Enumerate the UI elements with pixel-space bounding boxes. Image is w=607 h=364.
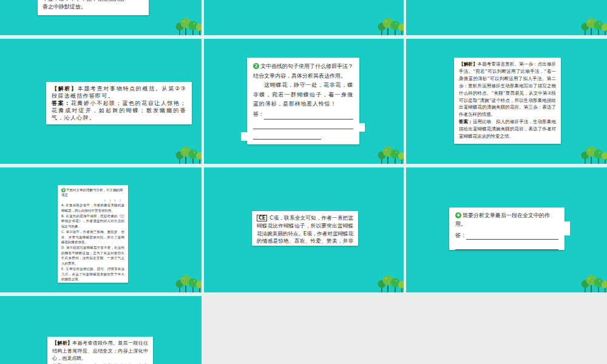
answer-label: 答： xyxy=(253,110,264,120)
answer-label: 答案： xyxy=(459,119,473,124)
question-number-icon: 2 xyxy=(253,63,259,69)
answer-paragraph: 答案：运用比喻、拟人的修辞手法，生动形象地描绘出蓝蝴蝶花清婉美丽的花容，表达了作… xyxy=(459,118,556,140)
question-number-icon: 4 xyxy=(455,212,461,218)
empty-canvas-area xyxy=(202,293,607,364)
paragraph: 香之中静默绽放。 xyxy=(42,3,144,11)
answer-analysis-box: CEC项，联系全文可知，作者一直把蓝蝴蝶花比作蝴蝶仙子，所以要突出蓝蝴蝶花清婉美… xyxy=(252,211,358,246)
quoted-sentence: 这蝴蝶花，静守一处，花非花，蝶非蝶，宛若一群蝴蝶仙子，着一身微蓝的薄衫，是那样地… xyxy=(253,81,353,109)
slide-thumbnail-r2c2[interactable]: 2文中画线的句子使用了什么修辞手法？结合文章内容，具体分析其表达作用。 这蝴蝶花… xyxy=(204,39,404,164)
trees-icon xyxy=(580,16,607,35)
slide-thumbnail-r2c1[interactable]: 【解析】本题考查对事物特点的概括。从第②③段筛选概括作答即可。 答案：花瓣娇小不… xyxy=(0,39,202,164)
jiexi-label: 【解析】 xyxy=(459,61,478,67)
analysis-paragraph: 【解析】本题考查对事物特点的概括。从第②③段筛选概括作答即可。 xyxy=(52,85,186,99)
answer-blank-row xyxy=(253,130,353,140)
question-text: 简要分析文章最后一段在全文中的作用。 xyxy=(455,212,550,227)
question-heading: 3下面对文章的理解与分析，不正确的两项是 xyxy=(61,187,124,198)
multiple-choice-box: 3下面对文章的理解与分析，不正确的两项是 （ ）（ ） A. 在饭后散步途中，作… xyxy=(58,185,128,283)
answer-blank-line xyxy=(466,239,558,240)
slide-thumbnail-r1c1[interactable]: 不显不耀，不争不抢，在淡淡的幽 香之中静默绽放。 xyxy=(0,0,202,35)
white-tab-decoration xyxy=(565,221,570,235)
trees-icon xyxy=(175,16,202,35)
answer-paragraph: 答案：花瓣娇小不起眼；蓝色的花容让人惊艳；花瓣成对绽开，如起舞的蝴蝶；散发幽幽的… xyxy=(52,99,186,121)
analysis-paragraph: 【解析】本题考查语言赏析。第一步：点出修辞手法。“宛若”可以判断运用了比喻手法，… xyxy=(459,61,556,118)
answer-text: 运用比喻、拟人的修辞手法，生动形象地描绘出蓝蝴蝶花清婉美丽的花容，表达了作者对蓝… xyxy=(459,119,556,139)
question-heading: 4简要分析文章最后一段在全文中的作用。 xyxy=(455,211,558,228)
analysis-paragraph: CEC项，联系全文可知，作者一直把蓝蝴蝶花比作蝴蝶仙子，所以要突出蓝蝴蝶花清婉美… xyxy=(257,214,353,246)
option-item-b: B. 在蓝色的花海中徜徉，想起杜甫的《江畔独步寻花》，作者感受到诗人对生活的知足… xyxy=(61,214,124,229)
trees-icon xyxy=(175,145,202,164)
answer-label: 答： xyxy=(455,231,466,240)
analysis-text-box: 【解析】本题考查语段作用。最后一段往往结构上首尾呼应、总结全文；内容上深化中心，… xyxy=(47,337,153,364)
option-item-a: A. 在饭后散步途中，作者因邂逅美丽的蓝蝴蝶花，内心由烦闷不安变得欣然。 xyxy=(61,203,124,213)
answer-badge: CE xyxy=(257,215,267,221)
analysis-text-box: 【解析】本题考查语言赏析。第一步：点出修辞手法。“宛若”可以判断运用了比喻手法，… xyxy=(454,58,561,144)
analysis-text: C项，联系全文可知，作者一直把蓝蝴蝶花比作蝴蝶仙子，所以要突出蓝蝴蝶花清婉美丽的… xyxy=(257,215,353,246)
question-text-box: 4简要分析文章最后一段在全文中的作用。 答： xyxy=(449,207,565,250)
white-tab-decoration xyxy=(241,132,247,141)
trees-icon xyxy=(377,145,404,164)
text-box: 不显不耀，不争不抢，在淡淡的幽 香之中静默绽放。 xyxy=(38,0,149,15)
option-item-c: C. 第②段中，作者用三角梅、曼陀罗、合欢、月季与蓝蝴蝶花做对比，突出了蓝蝴蝶花… xyxy=(61,229,124,244)
jiexi-label: 【解析】 xyxy=(52,340,72,346)
trees-icon xyxy=(580,145,607,164)
trees-icon xyxy=(175,274,202,292)
answer-blanks: （ ）（ ） xyxy=(61,198,124,203)
slide-thumbnail-r1c3[interactable] xyxy=(406,0,607,35)
question-text: 文中画线的句子使用了什么修辞手法？结合文章内容，具体分析其表达作用。 xyxy=(253,63,353,79)
answer-blank-line xyxy=(264,119,353,120)
jiexi-label: 【解析】 xyxy=(52,86,78,92)
question-number-icon: 3 xyxy=(61,188,66,192)
analysis-text-box: 【解析】本题考查对事物特点的概括。从第②③段筛选概括作答即可。 答案：花瓣娇小不… xyxy=(46,82,192,124)
question-text-box: 2文中画线的句子使用了什么修辞手法？结合文章内容，具体分析其表达作用。 这蝴蝶花… xyxy=(247,58,359,144)
white-tab-decoration xyxy=(359,123,365,132)
trees-icon xyxy=(377,16,404,35)
slide-sorter-canvas: 不显不耀，不争不抢，在淡淡的幽 香之中静默绽放。 【解析】本题考查对事物特点的概… xyxy=(0,0,607,364)
answer-line: 答： xyxy=(455,229,558,240)
slide-thumbnail-r3c1[interactable]: 3下面对文章的理解与分析，不正确的两项是 （ ）（ ） A. 在饭后散步途中，作… xyxy=(0,167,202,292)
slide-thumbnail-r1c2[interactable] xyxy=(204,0,404,35)
slide-thumbnail-r3c2[interactable]: CEC项，联系全文可知，作者一直把蓝蝴蝶花比作蝴蝶仙子，所以要突出蓝蝴蝶花清婉美… xyxy=(204,167,404,292)
option-item-d: D. 第⑦段描写蓝蝴蝶花不显不耀，在淡然的幽香中静默绽放，是为了表达对那些生长在… xyxy=(61,245,124,266)
trees-icon xyxy=(377,274,404,292)
answer-blank-row xyxy=(455,240,558,250)
answer-text: 花瓣娇小不起眼；蓝色的花容让人惊艳；花瓣成对绽开，如起舞的蝴蝶；散发幽幽的香气，… xyxy=(52,100,186,121)
jiexi-text: 本题考查语言赏析。第一步：点出修辞手法。“宛若”可以判断运用了比喻手法，“着一身… xyxy=(459,61,556,117)
slide-thumbnail-r2c3[interactable]: 【解析】本题考查语言赏析。第一步：点出修辞手法。“宛若”可以判断运用了比喻手法，… xyxy=(406,39,607,164)
answer-line: 答： xyxy=(253,110,353,120)
analysis-paragraph: 【解析】本题考查语段作用。最后一段往往结构上首尾呼应、总结全文；内容上深化中心，… xyxy=(52,340,148,363)
trees-icon xyxy=(580,274,607,292)
question-text: 下面对文章的理解与分析，不正确的两项是 xyxy=(61,188,123,197)
option-item-e: E. 文章综合运用记叙、描写、抒情等表达方式，表达了对蓝蝴蝶花美丽却安于平凡的惋… xyxy=(61,266,124,281)
question-heading: 2文中画线的句子使用了什么修辞手法？结合文章内容，具体分析其表达作用。 xyxy=(253,62,353,81)
answer-blank-row xyxy=(253,120,353,130)
slide-thumbnail-r4c1[interactable]: 【解析】本题考查语段作用。最后一段往往结构上首尾呼应、总结全文；内容上深化中心，… xyxy=(0,296,202,364)
slide-thumbnail-r3c3[interactable]: 4简要分析文章最后一段在全文中的作用。 答： xyxy=(406,167,607,292)
answer-label: 答案： xyxy=(52,100,71,106)
